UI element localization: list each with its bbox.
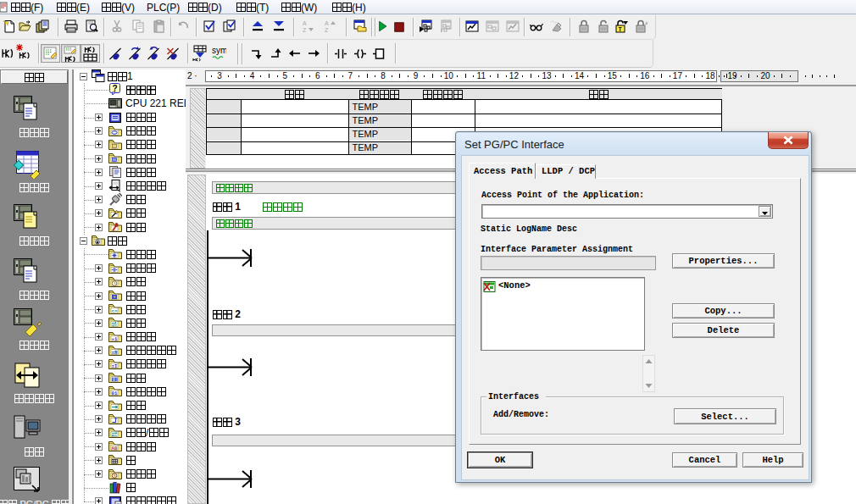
svg-text:?: ? [112, 84, 117, 93]
svg-text:±I: ±I [112, 363, 118, 369]
svg-text:±R: ±R [112, 350, 118, 356]
svg-text:sym: sym [212, 46, 226, 55]
svg-text:<=: <= [112, 308, 118, 314]
svg-text:+1: +1 [112, 335, 118, 341]
svg-text:Z: Z [303, 27, 307, 33]
svg-text:A: A [303, 20, 307, 26]
svg-text:A: A [325, 20, 329, 26]
svg-text:Z: Z [325, 27, 329, 33]
svg-text:AB: AB [112, 446, 118, 451]
svg-text:01: 01 [112, 390, 118, 396]
svg-text:T: T [619, 26, 622, 33]
